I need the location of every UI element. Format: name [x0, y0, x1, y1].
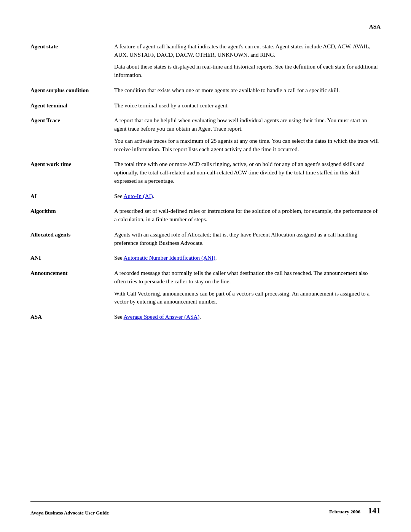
glossary-definition: The voice terminal used by a contact cen… — [114, 102, 381, 117]
glossary-term: Agent terminal — [30, 102, 114, 117]
definition-paragraph: The condition that exists when one or mo… — [114, 86, 381, 95]
definition-paragraph: A recorded message that normally tells t… — [114, 269, 381, 286]
glossary-row: AnnouncementA recorded message that norm… — [30, 269, 381, 313]
glossary-link[interactable]: Automatic Number Identification (ANI) — [124, 255, 215, 261]
glossary-definition: A report that can be helpful when evalua… — [114, 117, 381, 160]
glossary-term: Agent state — [30, 43, 114, 86]
definition-paragraph: With Call Vectoring, announcements can b… — [114, 290, 381, 307]
glossary-link[interactable]: Average Speed of Answer (ASA) — [124, 314, 200, 320]
footer-guide-title: Avaya Business Advocate User Guide — [30, 510, 109, 517]
glossary-definition: See Automatic Number Identification (ANI… — [114, 254, 381, 269]
footer-right: February 2006 141 — [329, 505, 381, 517]
definition-paragraph: Data about these states is displayed in … — [114, 63, 381, 80]
glossary-term: Algorithm — [30, 207, 114, 231]
glossary-term: ANI — [30, 254, 114, 269]
definition-paragraph: A report that can be helpful when evalua… — [114, 117, 381, 133]
glossary-definition: See Average Speed of Answer (ASA). — [114, 313, 381, 328]
glossary-row: ASASee Average Speed of Answer (ASA). — [30, 313, 381, 328]
glossary-row: Agent surplus conditionThe condition tha… — [30, 86, 381, 102]
glossary-definition: The total time with one or more ACD call… — [114, 160, 381, 192]
page-footer: Avaya Business Advocate User Guide Febru… — [30, 501, 381, 517]
glossary-row: ANISee Automatic Number Identification (… — [30, 254, 381, 269]
glossary-row: Allocated agentsAgents with an assigned … — [30, 231, 381, 254]
glossary-definition: Agents with an assigned role of Allocate… — [114, 231, 381, 254]
glossary-row: Agent work timeThe total time with one o… — [30, 160, 381, 192]
definition-paragraph: The voice terminal used by a contact cen… — [114, 102, 381, 110]
glossary-definition: The condition that exists when one or mo… — [114, 86, 381, 102]
glossary-term: AI — [30, 192, 114, 208]
definition-paragraph: You can activate traces for a maximum of… — [114, 137, 381, 154]
definition-paragraph: Agents with an assigned role of Allocate… — [114, 231, 381, 248]
glossary-term: Announcement — [30, 269, 114, 313]
glossary-definition: A prescribed set of well-defined rules o… — [114, 207, 381, 231]
definition-paragraph: A feature of agent call handling that in… — [114, 43, 381, 59]
footer-page-number: 141 — [368, 505, 381, 517]
glossary-row: AlgorithmA prescribed set of well-define… — [30, 207, 381, 231]
glossary-table: Agent stateA feature of agent call handl… — [30, 43, 381, 328]
glossary-term: Agent Trace — [30, 117, 114, 160]
glossary-term: Allocated agents — [30, 231, 114, 254]
glossary-row: Agent terminalThe voice terminal used by… — [30, 102, 381, 117]
glossary-term: Agent surplus condition — [30, 86, 114, 102]
glossary-definition: A recorded message that normally tells t… — [114, 269, 381, 313]
page-header: ASA — [30, 23, 381, 31]
glossary-term: Agent work time — [30, 160, 114, 192]
glossary-row: AISee Auto-In (AI). — [30, 192, 381, 208]
glossary-link[interactable]: Auto-In (AI) — [124, 193, 153, 199]
definition-paragraph: A prescribed set of well-defined rules o… — [114, 207, 381, 224]
glossary-term: ASA — [30, 313, 114, 328]
footer-date: February 2006 — [329, 508, 360, 516]
glossary-row: Agent stateA feature of agent call handl… — [30, 43, 381, 86]
definition-paragraph: The total time with one or more ACD call… — [114, 160, 381, 185]
header-title: ASA — [369, 24, 381, 30]
glossary-definition: See Auto-In (AI). — [114, 192, 381, 208]
glossary-definition: A feature of agent call handling that in… — [114, 43, 381, 86]
glossary-row: Agent TraceA report that can be helpful … — [30, 117, 381, 160]
